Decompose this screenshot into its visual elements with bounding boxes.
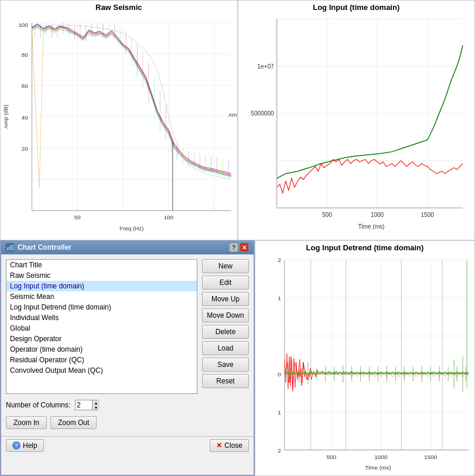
edit-button[interactable]: Edit <box>202 276 249 290</box>
svg-text:500: 500 <box>326 454 336 460</box>
svg-rect-80 <box>12 244 13 250</box>
chart-list-item-1[interactable]: Raw Seismic <box>6 270 197 281</box>
dialog-titlebar-left: Chart Controller <box>6 243 71 251</box>
svg-text:1000: 1000 <box>374 454 388 460</box>
chart-list[interactable]: Chart TitleRaw SeismicLog Input (time do… <box>6 259 197 394</box>
svg-text:1: 1 <box>278 295 281 301</box>
svg-text:Time (ms): Time (ms) <box>358 223 384 230</box>
svg-text:Amp: Amp <box>228 111 237 118</box>
svg-text:2: 2 <box>278 257 281 263</box>
columns-input[interactable] <box>76 400 92 410</box>
log-input-title: Log Input (time domain) <box>238 1 475 13</box>
save-button[interactable]: Save <box>202 358 249 372</box>
chart-list-item-3[interactable]: Seismic Mean <box>6 291 197 302</box>
svg-rect-79 <box>11 245 12 250</box>
spinbox-down[interactable]: ▼ <box>93 405 100 410</box>
svg-text:40: 40 <box>22 114 28 121</box>
chart-list-item-9[interactable]: Residual Operator (QC) <box>6 355 197 365</box>
chart-list-item-8[interactable]: Operator (time domain) <box>6 344 197 355</box>
svg-text:0: 0 <box>278 371 281 378</box>
reset-button[interactable]: Reset <box>202 374 249 388</box>
dialog-question-btn[interactable]: ? <box>229 243 238 252</box>
svg-text:100: 100 <box>164 214 174 220</box>
spinbox-arrows: ▲ ▼ <box>92 400 100 410</box>
zoom-in-button[interactable]: Zoom In <box>6 416 47 429</box>
chart-list-item-6[interactable]: Global <box>6 323 197 334</box>
columns-label: Number of Columns: <box>6 401 70 409</box>
chart-list-item-7[interactable]: Design Operator <box>6 334 197 344</box>
svg-text:80: 80 <box>22 52 28 58</box>
chart-icon-svg <box>6 244 13 251</box>
log-input-svg-area: 5000000 1e+07 500 1000 1500 Time (ms) <box>238 13 475 234</box>
log-input-svg: 5000000 1e+07 500 1000 1500 Time (ms) <box>238 13 475 234</box>
svg-text:Time (ms): Time (ms) <box>365 464 391 471</box>
svg-text:5000000: 5000000 <box>251 110 274 117</box>
svg-rect-78 <box>9 246 10 250</box>
help-button[interactable]: ? Help <box>6 439 44 452</box>
columns-spinbox[interactable]: ▲ ▼ <box>75 400 98 410</box>
zoom-out-button[interactable]: Zoom Out <box>50 416 97 429</box>
bottom-area: Chart Controller ? ✕ Chart TitleRaw Seis… <box>0 240 475 476</box>
svg-text:1500: 1500 <box>424 454 438 460</box>
svg-text:Amp (dB): Amp (dB) <box>2 104 9 128</box>
move-down-button[interactable]: Move Down <box>202 308 249 322</box>
help-label: Help <box>23 441 37 450</box>
log-input-detrend-svg: 2 1 0 1 2 500 1000 1500 Time (ms) <box>255 253 474 471</box>
raw-seismic-title: Raw Seismic <box>1 1 237 13</box>
svg-rect-77 <box>7 247 8 250</box>
svg-text:60: 60 <box>22 83 28 89</box>
svg-text:100: 100 <box>18 22 28 28</box>
log-input-detrend-svg-area: 2 1 0 1 2 500 1000 1500 Time (ms) <box>255 253 474 471</box>
close-x-icon: ✕ <box>216 441 222 450</box>
svg-text:2: 2 <box>278 447 281 454</box>
chart-list-item-0[interactable]: Chart Title <box>6 260 197 270</box>
chart-list-item-5[interactable]: Individual Wells <box>6 312 197 323</box>
dialog-titlebar: Chart Controller ? ✕ <box>1 240 254 254</box>
svg-text:1000: 1000 <box>370 212 384 218</box>
chart-list-item-4[interactable]: Log Input Detrend (time domain) <box>6 302 197 312</box>
chart-list-item-2[interactable]: Log Input (time domain) <box>6 281 197 291</box>
top-charts-area: Raw Seismic 20 <box>0 0 475 240</box>
svg-text:20: 20 <box>22 145 28 152</box>
svg-text:500: 500 <box>322 212 332 218</box>
log-input-detrend-chart: Log Input Detrend (time domain) <box>255 240 475 476</box>
bottom-dialog-bar: ? Help ✕ Close <box>1 436 254 454</box>
chart-controller-dialog: Chart Controller ? ✕ Chart TitleRaw Seis… <box>0 240 255 476</box>
dialog-main-row: Chart TitleRaw SeismicLog Input (time do… <box>6 259 249 394</box>
raw-seismic-svg-area: 20 40 60 80 100 50 100 Amp (dB) Freq (Hz… <box>1 13 237 234</box>
log-input-detrend-title: Log Input Detrend (time domain) <box>255 241 474 253</box>
load-button[interactable]: Load <box>202 341 249 355</box>
svg-text:1e+07: 1e+07 <box>257 63 274 70</box>
chart-list-item-10[interactable]: Convolved Output Mean (QC) <box>6 365 197 376</box>
raw-seismic-chart: Raw Seismic 20 <box>0 0 238 240</box>
log-input-chart: Log Input (time domain) 5000000 1e+ <box>238 0 476 240</box>
dialog-x-btn[interactable]: ✕ <box>240 243 249 252</box>
svg-text:Freq (Hz): Freq (Hz) <box>119 225 143 232</box>
close-button[interactable]: ✕ Close <box>210 439 249 452</box>
dialog-title: Chart Controller <box>18 243 71 251</box>
svg-text:50: 50 <box>74 214 81 220</box>
dialog-footer: Number of Columns: ▲ ▼ <box>6 397 249 413</box>
move-up-button[interactable]: Move Up <box>202 292 249 306</box>
dialog-content-area: Chart TitleRaw SeismicLog Input (time do… <box>1 254 254 434</box>
help-icon: ? <box>12 441 20 450</box>
dialog-titlebar-buttons: ? ✕ <box>229 243 249 252</box>
close-label: Close <box>224 441 242 450</box>
svg-text:1: 1 <box>278 409 281 416</box>
raw-seismic-svg: 20 40 60 80 100 50 100 Amp (dB) Freq (Hz… <box>1 13 237 234</box>
spinbox-up[interactable]: ▲ <box>93 400 100 405</box>
svg-text:1500: 1500 <box>421 212 434 218</box>
new-button[interactable]: New <box>202 259 249 273</box>
buttons-column: New Edit Move Up Move Down Delete Load S… <box>202 259 249 394</box>
zoom-row: Zoom In Zoom Out <box>6 416 249 429</box>
chart-controller-icon <box>6 243 14 251</box>
delete-button[interactable]: Delete <box>202 325 249 339</box>
